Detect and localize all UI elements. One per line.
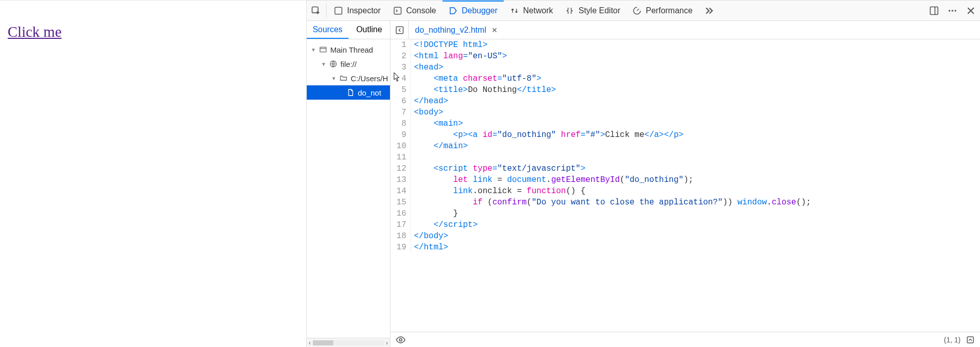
line-number[interactable]: 10 bbox=[390, 141, 411, 152]
line-number[interactable]: 2 bbox=[390, 51, 411, 62]
folder-icon bbox=[339, 74, 348, 82]
close-devtools-icon[interactable] bbox=[962, 1, 980, 20]
line-number[interactable]: 8 bbox=[390, 118, 411, 129]
line-number[interactable]: 3 bbox=[390, 62, 411, 73]
code-line[interactable]: 10 </main> bbox=[390, 141, 980, 152]
tab-inspector[interactable]: Inspector bbox=[328, 1, 387, 20]
line-number[interactable]: 4 bbox=[390, 73, 411, 84]
code-content: <meta charset="utf-8"> bbox=[411, 73, 542, 84]
tab-debugger[interactable]: Debugger bbox=[443, 1, 504, 20]
code-content: let link = document.getElementById("do_n… bbox=[411, 174, 693, 186]
code-content: <script type="text/javascript"> bbox=[411, 163, 585, 174]
code-line[interactable]: 16 } bbox=[390, 208, 980, 219]
svg-rect-8 bbox=[396, 27, 403, 34]
line-number[interactable]: 6 bbox=[390, 96, 411, 107]
code-line[interactable]: 15 if (confirm("Do you want to close the… bbox=[390, 197, 980, 208]
code-content: <html lang="en-US"> bbox=[411, 51, 507, 62]
code-line[interactable]: 19</html> bbox=[390, 242, 980, 253]
code-line[interactable]: 7<body> bbox=[390, 107, 980, 118]
code-line[interactable]: 14 link.onclick = function() { bbox=[390, 186, 980, 197]
line-number[interactable]: 12 bbox=[390, 163, 411, 174]
tree-label: Main Thread bbox=[330, 45, 373, 54]
subtab-sources[interactable]: Sources bbox=[307, 21, 349, 39]
line-number[interactable]: 1 bbox=[390, 39, 411, 51]
tab-network[interactable]: Network bbox=[504, 1, 559, 20]
line-number[interactable]: 19 bbox=[390, 242, 411, 253]
tab-performance[interactable]: Performance bbox=[626, 1, 699, 20]
tab-label: Inspector bbox=[347, 6, 381, 15]
line-number[interactable]: 18 bbox=[390, 230, 411, 242]
open-file-tab[interactable]: do_nothing_v2.html ✕ bbox=[409, 21, 504, 39]
svg-rect-3 bbox=[930, 7, 938, 14]
devtools-toolbar: Inspector Console Debugger Network Style… bbox=[307, 1, 980, 21]
code-line[interactable]: 4 <meta charset="utf-8"> bbox=[390, 73, 980, 84]
tree-label: file:// bbox=[340, 60, 357, 68]
svg-point-7 bbox=[954, 10, 956, 11]
window-icon bbox=[319, 45, 327, 54]
dock-mode-icon[interactable] bbox=[925, 1, 943, 20]
line-number[interactable]: 16 bbox=[390, 208, 411, 219]
code-content: if (confirm("Do you want to close the ap… bbox=[411, 197, 811, 208]
line-number[interactable]: 14 bbox=[390, 186, 411, 197]
scroll-right-icon[interactable]: › bbox=[386, 339, 388, 346]
scrollbar-thumb[interactable] bbox=[313, 340, 333, 345]
line-number[interactable]: 15 bbox=[390, 197, 411, 208]
code-content: link.onclick = function() { bbox=[411, 186, 585, 197]
code-line[interactable]: 18</body> bbox=[390, 230, 980, 242]
tree-scheme[interactable]: ▼ file:// bbox=[307, 57, 390, 71]
subtab-outline[interactable]: Outline bbox=[349, 21, 390, 39]
code-content: </script> bbox=[411, 219, 478, 230]
line-number[interactable]: 7 bbox=[390, 107, 411, 118]
tree-main-thread[interactable]: ▼ Main Thread bbox=[307, 42, 390, 57]
close-file-icon[interactable]: ✕ bbox=[492, 26, 498, 34]
code-line[interactable]: 17 </script> bbox=[390, 219, 980, 230]
tab-label: Console bbox=[406, 6, 436, 15]
page-viewport: Click me bbox=[0, 0, 306, 347]
code-content: <main> bbox=[411, 118, 463, 129]
collapse-pane-icon[interactable] bbox=[390, 21, 409, 39]
svg-rect-9 bbox=[320, 47, 326, 52]
line-number[interactable]: 13 bbox=[390, 174, 411, 186]
code-line[interactable]: 5 <title>Do Nothing</title> bbox=[390, 84, 980, 96]
file-icon bbox=[347, 88, 355, 97]
code-content: <title>Do Nothing</title> bbox=[411, 84, 556, 96]
tab-style-editor[interactable]: Style Editor bbox=[559, 1, 626, 20]
code-line[interactable]: 6</head> bbox=[390, 96, 980, 107]
tree-horizontal-scrollbar[interactable]: ‹ › bbox=[307, 338, 390, 347]
tree-folder[interactable]: ▼ C:/Users/H bbox=[307, 71, 390, 85]
tab-console[interactable]: Console bbox=[387, 1, 443, 20]
click-me-link[interactable]: Click me bbox=[8, 24, 62, 40]
tree-file-selected[interactable]: do_not bbox=[307, 85, 390, 100]
overflow-tabs-icon[interactable] bbox=[699, 1, 719, 20]
code-line[interactable]: 2<html lang="en-US"> bbox=[390, 51, 980, 62]
code-area[interactable]: 1<!DOCTYPE html>2<html lang="en-US">3<he… bbox=[390, 39, 980, 332]
tree-label: C:/Users/H bbox=[351, 74, 388, 83]
code-content: <body> bbox=[411, 107, 444, 118]
svg-point-5 bbox=[949, 10, 950, 11]
code-line[interactable]: 8 <main> bbox=[390, 118, 980, 129]
line-number[interactable]: 11 bbox=[390, 152, 411, 163]
svg-rect-1 bbox=[335, 7, 342, 14]
tree-label: do_not bbox=[358, 88, 381, 97]
code-line[interactable]: 3<head> bbox=[390, 62, 980, 73]
watch-expressions-icon[interactable] bbox=[396, 335, 406, 345]
tab-label: Style Editor bbox=[578, 6, 620, 15]
code-content: </head> bbox=[411, 96, 448, 107]
code-line[interactable]: 11 bbox=[390, 152, 980, 163]
code-content: </body> bbox=[411, 230, 448, 242]
code-line[interactable]: 12 <script type="text/javascript"> bbox=[390, 163, 980, 174]
line-number[interactable]: 9 bbox=[390, 129, 411, 141]
goto-line-icon[interactable] bbox=[966, 335, 975, 344]
pick-element-icon[interactable] bbox=[307, 1, 325, 20]
globe-icon bbox=[329, 60, 337, 68]
svg-point-6 bbox=[951, 10, 953, 11]
line-number[interactable]: 17 bbox=[390, 219, 411, 230]
code-line[interactable]: 9 <p><a id="do_nothing" href="#">Click m… bbox=[390, 129, 980, 141]
meatball-menu-icon[interactable] bbox=[943, 1, 962, 20]
tab-label: Network bbox=[523, 6, 553, 15]
code-content: </main> bbox=[411, 141, 468, 152]
code-line[interactable]: 13 let link = document.getElementById("d… bbox=[390, 174, 980, 186]
scroll-left-icon[interactable]: ‹ bbox=[309, 339, 311, 346]
line-number[interactable]: 5 bbox=[390, 84, 411, 96]
code-line[interactable]: 1<!DOCTYPE html> bbox=[390, 39, 980, 51]
